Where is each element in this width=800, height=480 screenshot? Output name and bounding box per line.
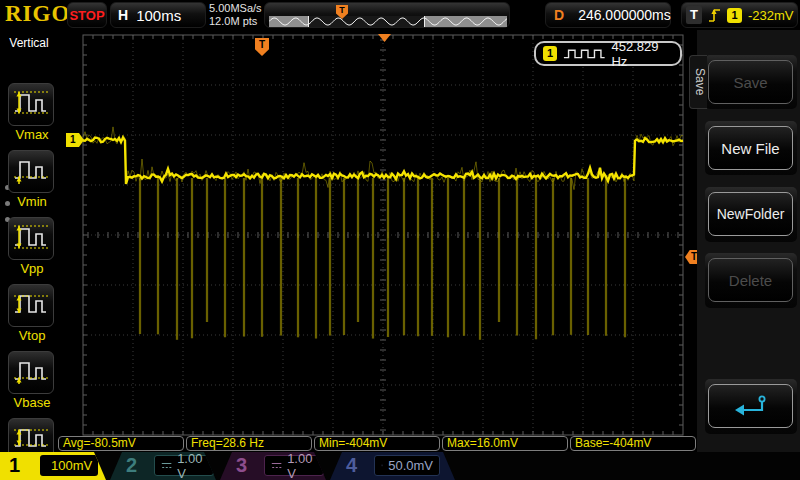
delay-value: 246.000000ms <box>578 7 671 23</box>
memory-position-preview: T <box>264 2 510 28</box>
channel-2-status[interactable]: 2 1.00 V <box>110 452 216 480</box>
measurement-bar: Avg=-80.5mV Freq=28.6 Hz Min=-404mV Max=… <box>58 436 700 452</box>
dc-coupling-icon <box>161 461 172 470</box>
dc-coupling-icon <box>271 461 282 470</box>
channel-scale-value: 50.0mV <box>388 458 433 473</box>
trigger-label: T <box>686 6 702 24</box>
vbase-icon <box>12 354 50 392</box>
vmin-icon <box>12 153 50 191</box>
vbase-button[interactable] <box>8 351 54 394</box>
sample-rate: 5.00MSa/s <box>209 2 262 15</box>
rising-edge-icon <box>708 7 721 24</box>
menu-tab-save[interactable]: Save <box>689 55 707 109</box>
vtop-button[interactable] <box>8 284 54 327</box>
vertical-measure-sidebar: Vertical Vmax Vmin Vpp Vtop Vbase Vamp <box>0 30 58 452</box>
channel-number: 3 <box>236 454 247 477</box>
run-state-indicator: STOP <box>67 2 107 28</box>
acquisition-info: 5.00MSa/s 12.0M pts <box>209 2 262 28</box>
measure-item-vpp: Vpp <box>8 217 56 276</box>
trigger-panel: T 1 -232mV <box>681 2 798 28</box>
measurement-avg: Avg=-80.5mV <box>58 436 184 451</box>
memory-depth: 12.0M pts <box>209 15 262 28</box>
channel1-chip: 1 <box>543 46 557 61</box>
channel-number: 1 <box>9 454 20 477</box>
measure-item-vmin: Vmin <box>8 150 56 209</box>
measure-item-vbase: Vbase <box>8 351 56 410</box>
new-file-button[interactable]: New File <box>708 126 793 170</box>
waveform-plot <box>0 0 800 480</box>
measure-item-vtop: Vtop <box>8 284 56 343</box>
trigger-source-chip: 1 <box>727 8 742 23</box>
vpp-label: Vpp <box>8 261 56 276</box>
channel-number: 4 <box>346 454 357 477</box>
vpp-icon <box>12 220 50 258</box>
measurement-base: Base=-404mV <box>570 436 696 451</box>
save-menu-panel: Save New File NewFolder Delete <box>697 30 800 452</box>
vmax-label: Vmax <box>8 127 56 142</box>
channel-scale: 1.00 V <box>264 455 324 476</box>
vpp-button[interactable] <box>8 217 54 260</box>
memory-strip <box>269 16 507 27</box>
measurement-freq: Freq=28.6 Hz <box>186 436 312 451</box>
oscilloscope-screen: 1 T T 1 452.829 Hz RIGOL STOP H 100ms 5.… <box>0 0 800 480</box>
vtop-icon <box>12 287 50 325</box>
back-button[interactable] <box>708 384 793 428</box>
vmax-icon <box>12 86 50 124</box>
horizontal-panel: H 100ms <box>110 2 206 28</box>
measurement-max: Max=16.0mV <box>442 436 568 451</box>
channel-scale-value: 1.00 V <box>287 451 317 480</box>
preview-waveform-icon <box>269 16 507 27</box>
channel-scale: 50.0mV <box>374 455 440 476</box>
channel-1-status[interactable]: 1 100mV <box>0 452 106 480</box>
top-status-bar: RIGOL STOP H 100ms 5.00MSa/s 12.0M pts T… <box>0 0 800 30</box>
frequency-counter-badge: 1 452.829 Hz <box>534 41 682 66</box>
vbase-label: Vbase <box>8 395 56 410</box>
vmin-button[interactable] <box>8 150 54 193</box>
square-wave-icon <box>563 47 606 60</box>
channel-scale: 100mV <box>40 455 98 476</box>
trigger-level-value: -232mV <box>748 8 794 23</box>
dc-coupling-icon <box>381 461 383 470</box>
new-folder-button[interactable]: NewFolder <box>708 192 793 236</box>
sidebar-title: Vertical <box>0 36 58 50</box>
delete-button[interactable]: Delete <box>708 258 793 302</box>
channel-number: 2 <box>126 454 137 477</box>
delay-label: D <box>554 7 564 23</box>
run-state-text: STOP <box>69 8 104 23</box>
frequency-counter-value: 452.829 Hz <box>611 39 673 69</box>
horizontal-label: H <box>118 7 128 23</box>
return-arrow-icon <box>732 393 770 419</box>
measurement-min: Min=-404mV <box>314 436 440 451</box>
channel-4-status[interactable]: 4 50.0mV <box>330 452 455 480</box>
channel-status-bar: 1 100mV 2 1.00 V 3 <box>0 452 800 480</box>
channel-scale: 1.00 V <box>154 455 214 476</box>
delay-panel: D 246.000000ms <box>545 2 671 28</box>
channel-3-status[interactable]: 3 1.00 V <box>220 452 326 480</box>
channel-scale-value: 1.00 V <box>177 451 207 480</box>
vmax-button[interactable] <box>8 83 54 126</box>
save-button[interactable]: Save <box>708 60 793 104</box>
vmin-label: Vmin <box>8 194 56 209</box>
measure-item-vmax: Vmax <box>8 83 56 142</box>
timebase-value: 100ms <box>136 7 181 24</box>
vtop-label: Vtop <box>8 328 56 343</box>
channel-scale-value: 100mV <box>51 458 92 473</box>
